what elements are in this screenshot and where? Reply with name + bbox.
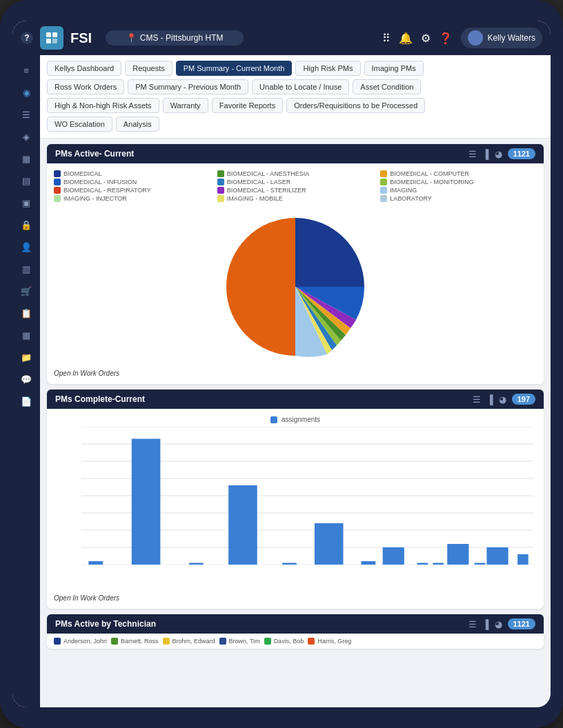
- svg-rect-1: [52, 32, 57, 37]
- chart-header-icons-2: ☰ ▐ ◕ 197: [473, 394, 535, 405]
- top-bar: ? FSI 📍 CMS - Pittsburgh HTM ⠿ 🔔 ⚙ ❓: [12, 21, 551, 55]
- chart-title-2: PMs Complete-Current: [55, 394, 145, 404]
- sidebar-item-15[interactable]: 📄: [15, 392, 37, 411]
- sidebar-item-13[interactable]: 📁: [15, 347, 37, 367]
- sidebar-item-5[interactable]: ▤: [15, 171, 37, 190]
- sidebar-item-4[interactable]: ▦: [15, 149, 37, 168]
- logo-box: [40, 26, 63, 50]
- settings-icon[interactable]: ⚙: [421, 32, 431, 45]
- tab-analysis[interactable]: Analysis: [116, 117, 159, 132]
- location-pin-icon: 📍: [126, 33, 137, 43]
- svg-rect-0: [46, 32, 51, 37]
- top-icons: ⠿ 🔔 ⚙ ❓ Kelly Walters: [382, 28, 542, 48]
- sidebar-item-7[interactable]: 🔒: [15, 215, 37, 234]
- grid-icon[interactable]: ⠿: [382, 32, 391, 45]
- svg-rect-2: [46, 39, 51, 43]
- legend-biomedical: BIOMEDICAL: [54, 170, 210, 177]
- svg-rect-3: [52, 39, 57, 43]
- tab-high-risk-pms[interactable]: High Risk PMs: [295, 61, 360, 76]
- bar-chart-icon-2[interactable]: ▐: [486, 394, 493, 405]
- chart-body-1: BIOMEDICAL BIOMEDICAL - ANESTHESIA BIOME…: [47, 163, 544, 384]
- sidebar: ≡ ◉ ☰ ◈ ▦ ▤ ▣ 🔒 👤 ▥ 🛒 📋 ▦ 📁 💬 📄: [12, 55, 40, 707]
- sidebar-item-10[interactable]: 🛒: [15, 281, 37, 301]
- tab-pm-summary-previous[interactable]: PM Summary - Previous Month: [128, 79, 248, 94]
- app-logo: FSI: [70, 30, 92, 46]
- chart-footer-1: Open In Work Orders: [54, 370, 537, 377]
- legend-dot-injector: [54, 195, 61, 202]
- sidebar-item-8[interactable]: 👤: [15, 237, 37, 256]
- tab-requests[interactable]: Requests: [125, 61, 172, 76]
- pie-chart-icon[interactable]: ◕: [495, 149, 502, 159]
- chart-header-3: PMs Active by Technician ☰ ▐ ◕ 1121: [47, 614, 544, 634]
- legend-biomedical-laser: BIOMEDICAL - LASER: [217, 179, 374, 185]
- bar-7: [361, 561, 375, 565]
- tabs-area: Kellys Dashboard Requests PM Summary - C…: [40, 55, 551, 139]
- bar-5: [282, 563, 297, 565]
- sidebar-item-1[interactable]: ◉: [15, 83, 37, 102]
- legend-laboratory: LABORATORY: [380, 195, 537, 202]
- legend-imaging-injector: IMAGING - INJECTOR: [54, 195, 210, 202]
- chart-title-3: PMs Active by Technician: [55, 619, 156, 629]
- chart-count-2: 197: [512, 394, 535, 405]
- legend-biomedical-sterilizer: BIOMEDICAL - STERILIZER: [217, 187, 374, 194]
- bar-1: [88, 561, 103, 565]
- bell-icon[interactable]: 🔔: [399, 32, 413, 45]
- bar-chart-legend: assignments: [54, 416, 537, 423]
- bar-14: [517, 554, 529, 565]
- tab-kellys-dashboard[interactable]: Kellys Dashboard: [47, 61, 121, 76]
- help-circle-icon[interactable]: ❓: [439, 32, 453, 45]
- list-view-icon-2[interactable]: ☰: [473, 394, 481, 405]
- tab-pm-summary-current[interactable]: PM Summary - Current Month: [176, 61, 293, 76]
- tab-ross-work-orders[interactable]: Ross Work Orders: [47, 79, 124, 94]
- tab-warranty[interactable]: Warranty: [163, 98, 208, 113]
- legend-biomedical-infusion: BIOMEDICAL - INFUSION: [54, 179, 210, 185]
- sidebar-item-9[interactable]: ▥: [15, 259, 37, 279]
- legend-dot-mobile: [217, 195, 224, 202]
- pie-chart-icon-3[interactable]: ◕: [495, 619, 502, 629]
- bar-larson: [383, 547, 404, 565]
- bar-chart-icon[interactable]: ▐: [482, 149, 488, 159]
- user-avatar: [468, 30, 483, 46]
- tab-unable-to-locate[interactable]: Unable to Locate / Inuse: [252, 79, 349, 94]
- chart-count-1: 1121: [508, 148, 535, 159]
- chart-footer-2: Open In Work Orders: [54, 594, 537, 602]
- sidebar-item-2[interactable]: ☰: [15, 105, 37, 124]
- sidebar-item-3[interactable]: ◈: [15, 127, 37, 146]
- legend-dot-computer: [380, 170, 387, 177]
- legend-imaging: IMAGING: [380, 187, 537, 194]
- legend-dot-laboratory: [380, 195, 387, 202]
- sidebar-item-0[interactable]: ≡: [15, 61, 37, 80]
- tab-asset-condition[interactable]: Asset Condition: [353, 79, 421, 94]
- help-icon[interactable]: ?: [21, 32, 33, 44]
- legend-dot-infusion: [54, 179, 61, 185]
- bar-chart-icon-3[interactable]: ▐: [482, 619, 488, 629]
- tabs-row-3: High & Non-high Risk Assets Warranty Fav…: [47, 98, 544, 113]
- sidebar-item-11[interactable]: 📋: [15, 303, 37, 323]
- sidebar-item-6[interactable]: ▣: [15, 193, 37, 212]
- tab-imaging-pms[interactable]: Imaging PMs: [364, 61, 424, 76]
- sidebar-item-12[interactable]: ▦: [15, 325, 37, 345]
- bar-sellers: [447, 544, 468, 565]
- list-view-icon[interactable]: ☰: [468, 149, 477, 159]
- list-view-icon-3[interactable]: ☰: [468, 619, 477, 629]
- tabs-row-2: Ross Work Orders PM Summary - Previous M…: [47, 79, 544, 94]
- tab-high-non-high-risk[interactable]: High & Non-high Risk Assets: [47, 98, 159, 113]
- tab-favorite-reports[interactable]: Favorite Reports: [212, 98, 283, 113]
- legend-davis: Davis, Bob: [264, 638, 304, 645]
- sidebar-item-14[interactable]: 💬: [15, 370, 37, 389]
- user-badge[interactable]: Kelly Walters: [461, 28, 542, 48]
- legend-biomedical-anesthesia: BIOMEDICAL - ANESTHESIA: [217, 170, 374, 177]
- pie-chart-icon-2[interactable]: ◕: [499, 394, 506, 405]
- legend-biomedical-computer: BIOMEDICAL - COMPUTER: [380, 170, 537, 177]
- tabs-row-1: Kellys Dashboard Requests PM Summary - C…: [47, 61, 544, 76]
- legend-dot-laser: [217, 179, 224, 185]
- chart-header-icons-3: ☰ ▐ ◕ 1121: [468, 618, 535, 629]
- chart-pms-active-by-technician: PMs Active by Technician ☰ ▐ ◕ 1121: [47, 614, 544, 649]
- legend-dot-respiratory: [54, 187, 61, 194]
- content-area: Kellys Dashboard Requests PM Summary - C…: [40, 55, 551, 707]
- tab-wo-escalation[interactable]: WO Escalation: [47, 117, 112, 132]
- legend-dot-anesthesia: [217, 170, 224, 177]
- tab-orders-requisitions[interactable]: Orders/Requisitions to be Processed: [286, 98, 425, 113]
- location-badge[interactable]: 📍 CMS - Pittsburgh HTM: [106, 30, 244, 46]
- bar-chart-wrapper: 80 70 60 50 40 30 20 10 0: [54, 427, 537, 592]
